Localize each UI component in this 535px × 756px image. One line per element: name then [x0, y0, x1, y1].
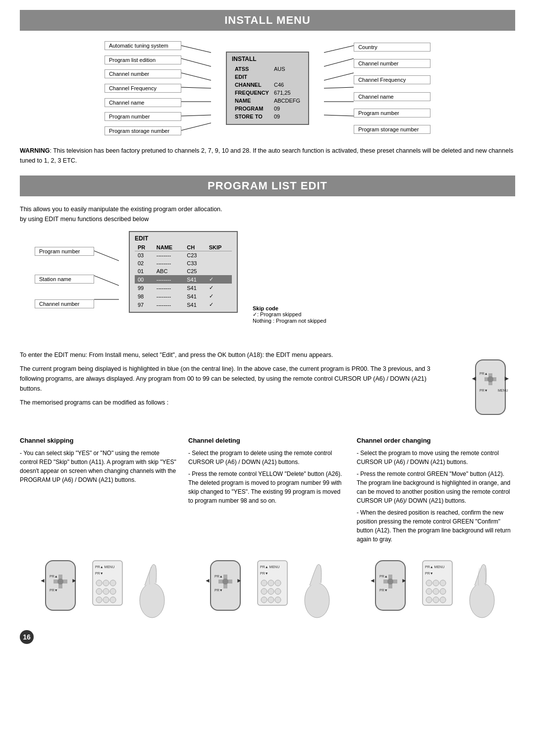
hand-gesture-1 — [135, 556, 169, 620]
svg-point-63 — [261, 597, 267, 603]
edit-row-1-name: -------- — [154, 259, 184, 267]
remote-1-svg: PR▲ PR▼ ◄ ► — [36, 556, 85, 620]
edit-row-1-skip — [206, 259, 232, 267]
svg-text:PR▼: PR▼ — [379, 588, 388, 592]
install-row-5-value: 09 — [272, 105, 302, 112]
install-row-4-label: NAME — [233, 97, 271, 104]
svg-line-1 — [181, 58, 211, 66]
svg-point-64 — [268, 597, 274, 603]
svg-point-41 — [110, 588, 116, 594]
svg-text:PR▲: PR▲ — [379, 575, 388, 578]
svg-rect-16 — [476, 360, 505, 414]
edit-row-5-skip: ✓ — [206, 292, 232, 300]
install-row-2-value: C46 — [272, 81, 302, 88]
bottom-remotes: PR▲ PR▼ ◄ ► PR▲ MENU PR▼ — [20, 556, 515, 620]
left-connector-lines — [181, 39, 211, 138]
install-row-6: STORE TO 09 — [233, 113, 302, 120]
install-diagram: Automatic tuning system Program list edi… — [20, 39, 515, 138]
remote-container-1: PR▲ PR▼ ◄ ► PR▲ MENU PR▼ — [36, 556, 169, 620]
remote-1-buttons: PR▲ MENU PR▼ — [90, 556, 130, 620]
svg-text:PR▲  MENU: PR▲ MENU — [260, 565, 279, 569]
svg-point-28 — [57, 579, 63, 584]
remote-2-buttons: PR▲ MENU PR▼ — [255, 556, 295, 620]
install-right-label-4: Program number — [354, 109, 430, 117]
install-right-label-3: Channel name — [354, 92, 430, 101]
svg-text:◄: ◄ — [370, 577, 375, 584]
edit-row-6-pr: 97 — [135, 300, 154, 309]
svg-line-10 — [324, 87, 354, 88]
svg-point-80 — [440, 580, 446, 586]
install-row-1-value — [272, 73, 302, 80]
svg-text:►: ► — [401, 577, 407, 584]
svg-point-58 — [268, 580, 274, 586]
channel-order-bullet-2: - When the desired position is reached, … — [357, 508, 515, 544]
svg-point-43 — [103, 597, 109, 603]
svg-point-86 — [440, 597, 446, 603]
svg-point-60 — [261, 588, 267, 594]
edit-row-6: 97 -------- S41 ✓ — [135, 300, 232, 309]
install-row-6-value: 09 — [272, 113, 302, 120]
svg-line-13 — [94, 251, 119, 261]
svg-line-9 — [324, 73, 354, 80]
edit-row-3-pr: 00 — [135, 275, 154, 284]
svg-point-59 — [275, 580, 281, 586]
remote-3-buttons: PR▲ MENU PR▼ — [420, 556, 460, 620]
remote-control-right: PR▲ MENU PR▼ ◄ ► — [456, 350, 515, 431]
install-row-4: NAME ABCDEFG — [233, 97, 302, 104]
install-row-0-value: AUS — [272, 65, 302, 72]
edit-row-5-name: -------- — [154, 292, 184, 300]
col-name: NAME — [154, 244, 184, 251]
channel-deleting-col: Channel deleting - Select the program to… — [188, 436, 347, 546]
main-para-2: The current program being displayed is h… — [20, 364, 515, 394]
svg-point-78 — [426, 580, 432, 586]
install-row-4-value: ABCDEFG — [272, 97, 302, 104]
svg-line-14 — [94, 276, 119, 286]
svg-line-8 — [324, 58, 354, 66]
svg-point-57 — [261, 580, 267, 586]
edit-row-4-ch: S41 — [184, 284, 206, 292]
channel-order-title: Channel order changing — [357, 436, 515, 446]
svg-text:PR▲: PR▲ — [50, 575, 58, 578]
svg-point-44 — [110, 597, 116, 603]
svg-point-39 — [96, 588, 102, 594]
warning-label: WARNING — [20, 147, 50, 154]
intro-line-1: This allows you to easily manipulate the… — [20, 204, 515, 214]
channel-deleting-bullet-0: - Select the program to delete using the… — [188, 449, 347, 466]
edit-row-3-ch: S41 — [184, 275, 206, 284]
skip-code-note: Skip code ✓: Program skipped Nothing : P… — [253, 231, 326, 324]
edit-row-2-name: ABC — [154, 267, 184, 275]
channel-order-bullet-0: - Select the program to move using the r… — [357, 449, 515, 466]
svg-text:PR▼: PR▼ — [50, 588, 58, 592]
svg-text:◄: ◄ — [205, 577, 211, 584]
svg-text:►: ► — [236, 577, 242, 584]
edit-table-header: PR NAME CH SKIP — [135, 244, 232, 251]
install-row-0-label: ATSS — [233, 65, 271, 72]
edit-row-2: 01 ABC C25 — [135, 267, 232, 275]
svg-text:PR▼: PR▼ — [425, 572, 433, 575]
install-row-3-value: 671,25 — [272, 89, 302, 96]
svg-point-62 — [275, 588, 281, 594]
channel-order-bullet-1: - Press the remote control GREEN "Move" … — [357, 469, 515, 505]
install-menu-section: INSTALL MENU Automatic tuning system Pro… — [20, 10, 515, 166]
edit-diagram: Program number Station name Channel numb… — [35, 231, 515, 345]
svg-text:►: ► — [503, 374, 510, 382]
hand-gesture-2 — [300, 556, 334, 620]
three-columns: Channel skipping - You can select skip "… — [20, 436, 515, 546]
col-pr: PR — [135, 244, 154, 251]
page-number: 16 — [20, 630, 34, 644]
edit-screen-title: EDIT — [135, 235, 232, 242]
edit-row-4-skip: ✓ — [206, 284, 232, 292]
svg-line-2 — [181, 73, 211, 80]
remote-container-3: PR▲ PR▼ ◄ ► PR▲ MENU PR▼ — [366, 556, 499, 620]
edit-row-1: 02 -------- C33 — [135, 259, 232, 267]
svg-text:►: ► — [71, 577, 77, 584]
svg-line-7 — [324, 46, 354, 53]
edit-row-2-skip — [206, 267, 232, 275]
edit-label-0: Program number — [35, 247, 94, 256]
edit-left-labels: Program number Station name Channel numb… — [35, 231, 94, 309]
channel-skipping-bullet-0: - You can select skip "YES" or "NO" usin… — [20, 449, 178, 484]
edit-screen: EDIT PR NAME CH SKIP 03 -------- — [129, 231, 238, 313]
install-menu-title: INSTALL MENU — [20, 10, 515, 31]
edit-row-1-pr: 02 — [135, 259, 154, 267]
channel-deleting-title: Channel deleting — [188, 436, 347, 446]
